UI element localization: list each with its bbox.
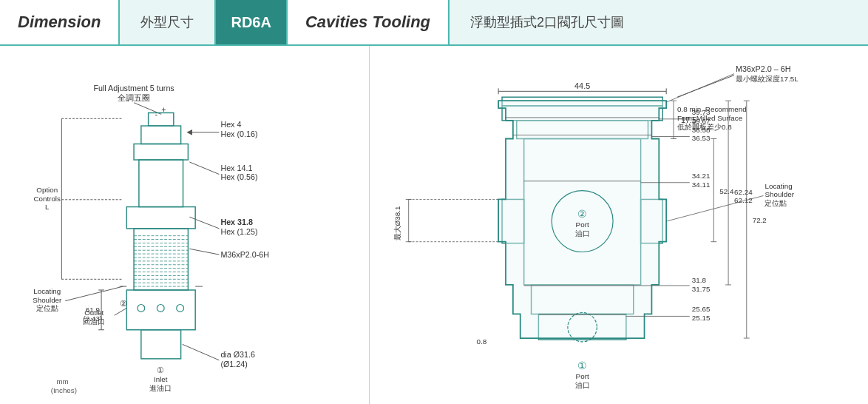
svg-text:定位點: 定位點 xyxy=(764,199,787,207)
svg-text:Locating: Locating xyxy=(764,182,792,190)
svg-text:36.58: 36.58 xyxy=(692,126,711,134)
right-drawing-panel: M36xP2.0 – 6H 最小螺紋深度17.5L 0.8 min. Recom… xyxy=(370,46,868,404)
svg-rect-29 xyxy=(134,144,188,161)
svg-text:0.8: 0.8 xyxy=(476,337,486,346)
svg-text:25.65: 25.65 xyxy=(692,305,711,313)
svg-text:L: L xyxy=(45,203,50,211)
svg-text:Locating: Locating xyxy=(33,287,61,295)
header: Dimension 外型尺寸 RD6A Cavities Tooling 浮動型… xyxy=(0,0,868,46)
svg-line-10 xyxy=(189,162,219,175)
svg-text:Hex 14.1: Hex 14.1 xyxy=(220,164,252,172)
svg-text:全調五圈: 全調五圈 xyxy=(118,93,150,102)
svg-text:(Ø1.24): (Ø1.24) xyxy=(220,360,247,368)
svg-text:34.21: 34.21 xyxy=(692,172,711,180)
svg-text:mm: mm xyxy=(56,377,68,386)
code-label: RD6A xyxy=(231,14,271,31)
svg-text:31.8: 31.8 xyxy=(692,276,707,284)
svg-text:②: ② xyxy=(577,208,587,220)
svg-text:dia Ø31.6: dia Ø31.6 xyxy=(220,350,255,359)
svg-text:(Inches): (Inches) xyxy=(51,386,77,394)
left-drawing-panel: Full Adjustment 5 turns 全調五圈 + - Hex 4 H… xyxy=(0,46,370,404)
svg-rect-30 xyxy=(139,160,183,207)
svg-text:-: - xyxy=(155,110,157,118)
svg-line-58 xyxy=(115,308,127,315)
svg-text:52.4: 52.4 xyxy=(719,187,734,195)
svg-text:M36xP2.0-6H: M36xP2.0-6H xyxy=(220,250,269,259)
svg-text:61.9: 61.9 xyxy=(86,306,100,314)
svg-text:Hex 31.8: Hex 31.8 xyxy=(220,218,253,226)
svg-text:最大Ø38.1: 最大Ø38.1 xyxy=(393,206,401,241)
waijian-label: 外型尺寸 xyxy=(140,13,194,31)
svg-point-52 xyxy=(138,305,145,312)
svg-point-53 xyxy=(157,305,164,312)
header-dimension: Dimension xyxy=(0,0,120,44)
svg-line-146 xyxy=(666,74,734,103)
svg-text:進油口: 進油口 xyxy=(149,384,172,392)
svg-text:Hex 4: Hex 4 xyxy=(220,120,241,129)
svg-rect-33 xyxy=(126,290,195,330)
svg-line-26 xyxy=(65,286,123,301)
cavities-label: Cavities Tooling xyxy=(305,13,430,32)
svg-text:Inlet: Inlet xyxy=(154,375,168,383)
svg-text:25.15: 25.15 xyxy=(692,314,711,322)
svg-line-145 xyxy=(666,196,763,222)
svg-text:①: ① xyxy=(157,366,164,374)
svg-rect-31 xyxy=(126,207,195,229)
svg-text:Port: Port xyxy=(576,372,589,380)
svg-line-13 xyxy=(189,217,219,229)
svg-text:油口: 油口 xyxy=(575,229,590,238)
svg-rect-32 xyxy=(134,229,188,290)
svg-point-54 xyxy=(177,305,184,312)
chinese-title: 浮動型插式2口閥孔尺寸圖 xyxy=(470,13,624,31)
svg-line-64 xyxy=(183,344,220,360)
header-chinese: 浮動型插式2口閥孔尺寸圖 xyxy=(450,0,868,44)
svg-text:Port: Port xyxy=(576,220,589,229)
svg-text:油口: 油口 xyxy=(575,381,590,389)
svg-rect-34 xyxy=(141,330,181,359)
svg-text:62.24: 62.24 xyxy=(734,188,753,196)
svg-rect-28 xyxy=(141,126,181,144)
svg-text:62.12: 62.12 xyxy=(734,196,753,204)
svg-text:Hex (0.56): Hex (0.56) xyxy=(220,172,257,181)
svg-text:①: ① xyxy=(577,360,587,371)
svg-text:②: ② xyxy=(120,299,127,308)
svg-text:72.2: 72.2 xyxy=(753,216,767,224)
svg-text:0.8 min. Recommend: 0.8 min. Recommend xyxy=(677,105,747,113)
svg-text:最小螺紋深度17.5L: 最小螺紋深度17.5L xyxy=(736,75,799,83)
svg-text:44.5: 44.5 xyxy=(574,81,590,90)
svg-text:36.53: 36.53 xyxy=(692,134,711,142)
svg-text:Controls: Controls xyxy=(34,195,61,203)
svg-text:Shoulder: Shoulder xyxy=(33,296,62,304)
header-waijian: 外型尺寸 xyxy=(120,0,216,44)
left-drawing-svg: Full Adjustment 5 turns 全調五圈 + - Hex 4 H… xyxy=(7,53,362,397)
svg-text:Shoulder: Shoulder xyxy=(764,190,794,198)
svg-text:Option: Option xyxy=(36,186,58,194)
svg-text:(2.43): (2.43) xyxy=(84,314,103,323)
dimension-label: Dimension xyxy=(18,13,101,32)
svg-text:31.75: 31.75 xyxy=(692,285,711,293)
svg-text:17.5: 17.5 xyxy=(681,115,696,124)
header-cavities: Cavities Tooling xyxy=(288,0,450,44)
header-code: RD6A xyxy=(216,0,287,44)
svg-text:M36xP2.0 – 6H: M36xP2.0 – 6H xyxy=(736,64,791,73)
right-drawing-svg: M36xP2.0 – 6H 最小螺紋深度17.5L 0.8 min. Recom… xyxy=(377,53,861,397)
svg-text:定位點: 定位點 xyxy=(36,304,58,312)
svg-text:34.11: 34.11 xyxy=(692,181,711,189)
svg-text:Hex (1.25): Hex (1.25) xyxy=(220,227,257,236)
svg-line-15 xyxy=(189,249,219,255)
main-content: Full Adjustment 5 turns 全調五圈 + - Hex 4 H… xyxy=(0,46,868,404)
svg-text:Hex (0.16): Hex (0.16) xyxy=(220,129,257,138)
svg-rect-27 xyxy=(149,112,174,126)
svg-text:Full Adjustment 5 turns: Full Adjustment 5 turns xyxy=(93,84,174,92)
